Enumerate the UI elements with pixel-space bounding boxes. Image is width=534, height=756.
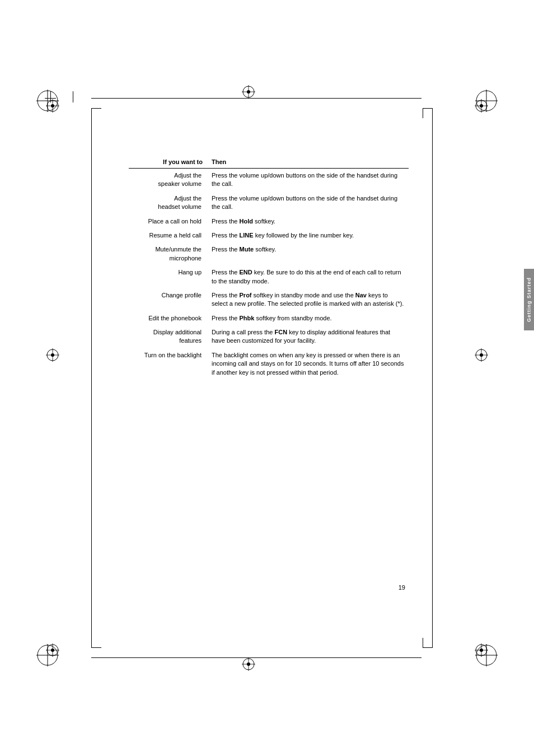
table-row: Display additionalfeatures During a call… <box>129 325 409 348</box>
crop-line-v-right <box>432 108 433 648</box>
table-row: Place a call on hold Press the Hold soft… <box>129 214 409 228</box>
table-cell-right: Press the END key. Be sure to do this at… <box>207 265 409 288</box>
table-row: Change profile Press the Prof softkey in… <box>129 288 409 311</box>
content-area: If you want to Then Adjust thespeaker vo… <box>129 157 409 380</box>
crop-line <box>423 647 433 648</box>
table-cell-right: Press the Mute softkey. <box>207 242 409 265</box>
table-cell-left: Hang up <box>129 265 207 288</box>
reference-table: If you want to Then Adjust thespeaker vo… <box>129 157 409 380</box>
table-row: Adjust thespeaker volume Press the volum… <box>129 169 409 192</box>
table-row: Edit the phonebook Press the Phbk softke… <box>129 311 409 325</box>
table-row: Mute/unmute themicrophone Press the Mute… <box>129 242 409 265</box>
table-row: Turn on the backlight The backlight come… <box>129 348 409 380</box>
table-cell-left: Change profile <box>129 288 207 311</box>
crop-line <box>91 647 101 648</box>
table-cell-right: Press the Phbk softkey from standby mode… <box>207 311 409 325</box>
crop-line <box>423 638 423 648</box>
table-cell-left: Adjust thespeaker volume <box>129 169 207 192</box>
reg-mark-mid-right <box>474 347 489 363</box>
crop-line-v-left <box>91 108 92 648</box>
table-row: Adjust theheadset volume Press the volum… <box>129 192 409 214</box>
reg-mark-bottom-right-inner <box>474 642 489 658</box>
crop-line-h-bottom <box>91 657 421 658</box>
table-row: Hang up Press the END key. Be sure to do… <box>129 265 409 288</box>
table-cell-right: Press the Prof softkey in standby mode a… <box>207 288 409 311</box>
reg-mark-bottom-left-inner <box>45 642 60 658</box>
table-cell-left: Adjust theheadset volume <box>129 192 207 214</box>
reg-mark-top-left-inner <box>45 98 60 114</box>
table-row: Resume a held call Press the LINE key fo… <box>129 228 409 242</box>
table-header-col1: If you want to <box>129 157 207 169</box>
crop-line <box>423 108 433 109</box>
table-cell-left: Display additionalfeatures <box>129 325 207 348</box>
table-cell-right: During a call press the FCN key to displ… <box>207 325 409 348</box>
table-cell-right: The backlight comes on when any key is p… <box>207 348 409 380</box>
side-tab-label: Getting Started <box>526 277 532 322</box>
crop-line <box>50 91 51 102</box>
table-cell-left: Mute/unmute themicrophone <box>129 242 207 265</box>
table-cell-right: Press the volume up/down buttons on the … <box>207 169 409 192</box>
table-cell-left: Resume a held call <box>129 228 207 242</box>
reg-mark-top-center <box>241 84 256 100</box>
table-cell-left: Turn on the backlight <box>129 348 207 380</box>
crop-line <box>73 91 73 102</box>
reg-mark-bottom-center <box>241 656 256 672</box>
crop-line <box>45 98 56 99</box>
table-cell-left: Edit the phonebook <box>129 311 207 325</box>
crop-line <box>423 108 423 118</box>
table-cell-right: Press the Hold softkey. <box>207 214 409 228</box>
table-cell-right: Press the LINE key followed by the line … <box>207 228 409 242</box>
getting-started-tab: Getting Started <box>524 269 534 330</box>
reg-mark-top-right-inner <box>474 98 489 114</box>
crop-line-h-top <box>91 98 421 99</box>
reg-mark-mid-left <box>45 347 60 363</box>
table-header-col2: Then <box>207 157 409 169</box>
page-number: 19 <box>399 584 405 591</box>
table-cell-right: Press the volume up/down buttons on the … <box>207 192 409 214</box>
crop-line <box>91 108 101 109</box>
table-cell-left: Place a call on hold <box>129 214 207 228</box>
